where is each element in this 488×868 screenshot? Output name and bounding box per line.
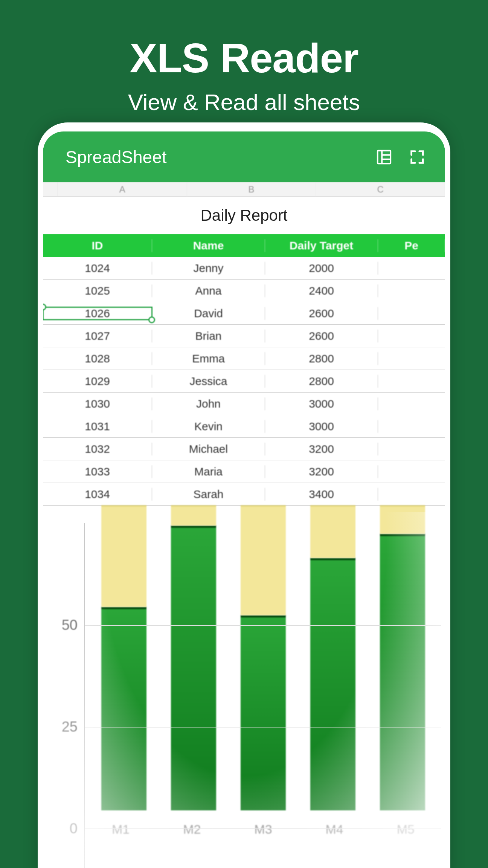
cell-name[interactable]: Sarah xyxy=(152,488,265,501)
cell-target[interactable]: 3000 xyxy=(265,397,378,410)
cell-id[interactable]: 1033 xyxy=(43,465,152,478)
cell-name[interactable]: David xyxy=(152,307,265,320)
app-title: SpreadSheet xyxy=(66,147,375,167)
sheet-title: Daily Report xyxy=(43,197,445,234)
cell-name[interactable]: John xyxy=(152,397,265,410)
hero-subtitle: View & Read all sheets xyxy=(0,89,488,115)
cell-id[interactable]: 1026 xyxy=(43,307,152,320)
phone-frame: SpreadSheet A B C Daily Report xyxy=(38,122,450,868)
col-header-b[interactable]: B xyxy=(187,182,316,196)
cell-target[interactable]: 2000 xyxy=(265,262,378,275)
col-header-c[interactable]: C xyxy=(316,182,445,196)
cell-id[interactable]: 1034 xyxy=(43,488,152,501)
y-tick-label: 25 xyxy=(62,719,78,735)
chart-plot: M1M2M3M4M5 xyxy=(84,523,441,868)
cell-target[interactable]: 3200 xyxy=(265,465,378,478)
table-row[interactable]: 1031Kevin3000 xyxy=(43,415,445,438)
x-tick-label: M1 xyxy=(98,822,143,837)
svg-rect-0 xyxy=(378,150,391,164)
table-row[interactable]: 1032Michael3200 xyxy=(43,438,445,460)
x-tick-label: M4 xyxy=(312,822,357,837)
x-tick-label: M5 xyxy=(383,822,428,837)
cell-name[interactable]: Anna xyxy=(152,284,265,297)
cell-id[interactable]: 1030 xyxy=(43,397,152,410)
cell-target[interactable]: 3200 xyxy=(265,443,378,455)
fullscreen-button[interactable] xyxy=(408,148,426,166)
chart-bar xyxy=(310,505,355,810)
chart-bar xyxy=(171,505,216,810)
cell-name[interactable]: Michael xyxy=(152,443,265,455)
table-row[interactable]: 1034Sarah3400 xyxy=(43,483,445,506)
cell-id[interactable]: 1028 xyxy=(43,352,152,365)
chart-bar xyxy=(241,505,286,810)
outline-view-button[interactable] xyxy=(375,148,393,166)
col-header-a[interactable]: A xyxy=(58,182,187,196)
chart-bar xyxy=(380,505,425,810)
cell-target[interactable]: 3000 xyxy=(265,420,378,433)
x-tick-label: M2 xyxy=(169,822,215,837)
table-row[interactable]: 1025Anna2400 xyxy=(43,280,445,302)
y-tick-label: 50 xyxy=(62,617,78,633)
cell-target[interactable]: 2400 xyxy=(265,284,378,297)
table-row[interactable]: 1027Brian2600 xyxy=(43,325,445,347)
cell-name[interactable]: Brian xyxy=(152,330,265,342)
cell-name[interactable]: Jessica xyxy=(152,375,265,388)
app-bar: SpreadSheet xyxy=(43,131,445,182)
table-row[interactable]: 1029Jessica2800 xyxy=(43,370,445,393)
th-id[interactable]: ID xyxy=(43,239,152,252)
cell-name[interactable]: Jenny xyxy=(152,262,265,275)
th-extra[interactable]: Pe xyxy=(378,239,445,252)
cell-target[interactable]: 3400 xyxy=(265,488,378,501)
y-tick-label: 0 xyxy=(70,821,78,837)
fullscreen-icon xyxy=(409,148,426,166)
cell-target[interactable]: 2600 xyxy=(265,307,378,320)
cell-id[interactable]: 1024 xyxy=(43,262,152,275)
cell-name[interactable]: Kevin xyxy=(152,420,265,433)
table-header-row: ID Name Daily Target Pe xyxy=(43,234,445,257)
column-headers: A B C xyxy=(43,182,445,197)
cell-id[interactable]: 1032 xyxy=(43,443,152,455)
cell-name[interactable]: Maria xyxy=(152,465,265,478)
cell-target[interactable]: 2800 xyxy=(265,352,378,365)
cell-id[interactable]: 1025 xyxy=(43,284,152,297)
cell-target[interactable]: 2800 xyxy=(265,375,378,388)
cell-id[interactable]: 1027 xyxy=(43,330,152,342)
table-row[interactable]: 1030John3000 xyxy=(43,393,445,415)
cell-target[interactable]: 2600 xyxy=(265,330,378,342)
chart-bar xyxy=(101,505,146,810)
x-tick-label: M3 xyxy=(241,822,286,837)
th-name[interactable]: Name xyxy=(152,239,265,252)
table-row[interactable]: 1026David2600 xyxy=(43,302,445,325)
chart-area: 02550 M1M2M3M4M5 xyxy=(43,512,445,868)
table-row[interactable]: 1028Emma2800 xyxy=(43,347,445,370)
table-row[interactable]: 1024Jenny2000 xyxy=(43,257,445,280)
cell-id[interactable]: 1031 xyxy=(43,420,152,433)
cell-name[interactable]: Emma xyxy=(152,352,265,365)
cell-id[interactable]: 1029 xyxy=(43,375,152,388)
data-table: ID Name Daily Target Pe 1024Jenny2000102… xyxy=(43,234,445,506)
table-row[interactable]: 1033Maria3200 xyxy=(43,460,445,483)
outline-view-icon xyxy=(375,148,393,166)
th-target[interactable]: Daily Target xyxy=(265,239,378,252)
chart-y-axis: 02550 xyxy=(43,523,84,868)
hero-title: XLS Reader xyxy=(0,0,488,82)
